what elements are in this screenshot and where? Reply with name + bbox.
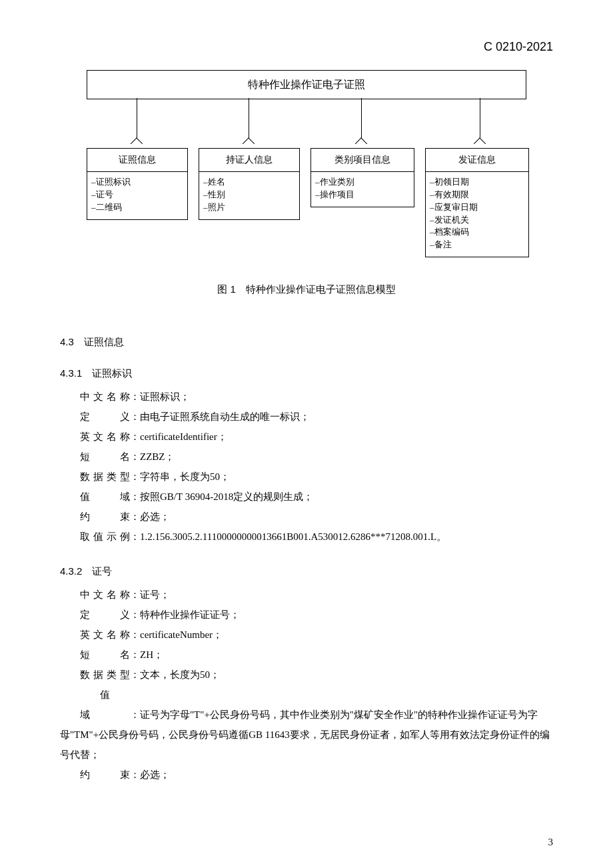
list-item: 应复审日期 [430, 201, 524, 214]
field-value: 文本，长度为50； [140, 669, 220, 680]
field-label: 定 义 [80, 407, 130, 427]
field-label: 取值示例 [80, 527, 130, 547]
box-title: 发证信息 [426, 149, 528, 172]
field-label: 值 域 [80, 685, 130, 725]
list-item: 初领日期 [430, 176, 524, 189]
box-items: 证照标识 证号 二维码 [87, 172, 187, 219]
section-4.3.1: 4.3.1 证照标识 [60, 367, 553, 380]
model-diagram: 特种作业操作证电子证照 证照信息 证照标识 证号 二维码 持证人信息 姓名 性别… [87, 70, 526, 263]
field-label: 中文名称 [80, 387, 130, 407]
section-4.3: 4.3 证照信息 [60, 336, 553, 349]
field-value: 必选； [140, 769, 170, 780]
field-label: 短 名 [80, 447, 130, 467]
field-label: 英文名称 [80, 427, 130, 447]
list-item: 照片 [203, 201, 295, 214]
diagram-box-issue-info: 发证信息 初领日期 有效期限 应复审日期 发证机关 档案编码 备注 [425, 148, 529, 257]
field-label: 数据类型 [80, 467, 130, 487]
diagram-box-category-info: 类别项目信息 作业类别 操作项目 [310, 148, 414, 207]
field-value: 证号； [140, 589, 170, 600]
field-label: 短 名 [80, 645, 130, 665]
field-label: 约 束 [80, 507, 130, 527]
box-title: 证照信息 [87, 149, 187, 172]
field-value: ZH； [140, 649, 163, 660]
field-value: ZZBZ； [140, 451, 175, 462]
list-item: 证照标识 [91, 176, 183, 189]
field-label: 定 义 [80, 605, 130, 625]
list-item: 有效期限 [430, 189, 524, 201]
field-label: 中文名称 [80, 585, 130, 605]
diagram-top-box: 特种作业操作证电子证照 [87, 70, 526, 99]
definition-block: 约 束：必选； [80, 765, 553, 785]
field-value: certificateNumber； [140, 629, 223, 640]
field-value: certificateIdentifier； [140, 431, 227, 442]
field-value: 1.2.156.3005.2.11100000000013661B001.A53… [140, 531, 446, 542]
list-item: 作业类别 [315, 176, 410, 189]
box-items: 初领日期 有效期限 应复审日期 发证机关 档案编码 备注 [426, 172, 528, 257]
figure-caption: 图 1 特种作业操作证电子证照信息模型 [60, 283, 553, 296]
diagram-box-holder-info: 持证人信息 姓名 性别 照片 [199, 148, 300, 220]
definition-block: 中文名称：证照标识； 定 义：由电子证照系统自动生成的唯一标识； 英文名称：ce… [80, 387, 553, 547]
section-4.3.2: 4.3.2 证号 [60, 565, 553, 578]
list-item: 证号 [91, 189, 183, 201]
list-item: 姓名 [203, 176, 295, 189]
doc-header: C 0210-2021 [60, 40, 553, 54]
definition-block: 中文名称：证号； 定 义：特种作业操作证证号； 英文名称：certificate… [80, 585, 553, 685]
field-label: 数据类型 [80, 665, 130, 685]
field-value: 证照标识； [140, 391, 190, 402]
list-item: 操作项目 [315, 189, 410, 201]
field-domain-para: 值 域：证号为字母"T"+公民身份号码，其中作业类别为"煤矿安全作业"的特种作业… [60, 685, 553, 765]
box-items: 作业类别 操作项目 [311, 172, 414, 207]
box-items: 姓名 性别 照片 [199, 172, 299, 219]
list-item: 档案编码 [430, 226, 524, 239]
field-label: 约 束 [80, 765, 130, 785]
field-value: 必选； [140, 511, 170, 522]
field-label: 值 域 [80, 487, 130, 507]
field-label: 英文名称 [80, 625, 130, 645]
field-value: 由电子证照系统自动生成的唯一标识； [140, 411, 310, 422]
field-value: 按照GB/T 36904-2018定义的规则生成； [140, 491, 313, 502]
field-value: 字符串，长度为50； [140, 471, 230, 482]
field-value: 证号为字母"T"+公民身份号码，其中作业类别为"煤矿安全作业"的特种作业操作证证… [60, 709, 550, 760]
page-number: 3 [548, 837, 554, 848]
list-item: 二维码 [91, 201, 183, 214]
diagram-box-cert-info: 证照信息 证照标识 证号 二维码 [87, 148, 188, 220]
list-item: 备注 [430, 239, 524, 251]
box-title: 类别项目信息 [311, 149, 414, 172]
field-value: 特种作业操作证证号； [140, 609, 240, 620]
list-item: 发证机关 [430, 214, 524, 227]
box-title: 持证人信息 [199, 149, 299, 172]
list-item: 性别 [203, 189, 295, 201]
